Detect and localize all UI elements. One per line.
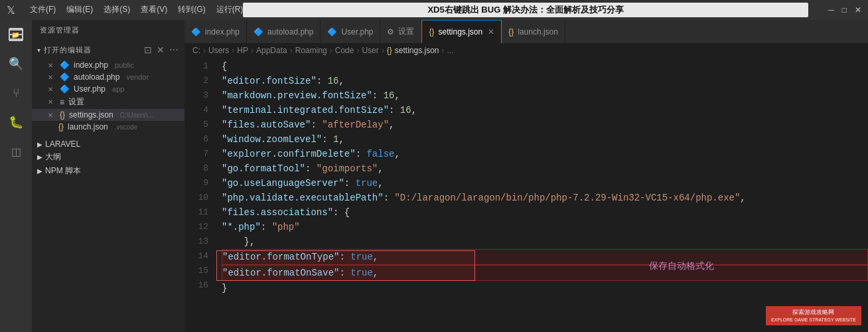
sep-5: ›	[330, 46, 332, 55]
tab-settings-label: 设置	[398, 26, 414, 37]
laravel-label: LARAVEL	[45, 139, 80, 149]
settings-label: 设置	[68, 96, 84, 108]
sep-3: ›	[251, 46, 253, 55]
close-autoload-icon[interactable]: ✕	[48, 74, 53, 81]
more-icon[interactable]: ⋯	[169, 44, 179, 55]
tab-index-php[interactable]: 🔷 index.php	[184, 20, 247, 43]
code-line: "editor.fontSize": 16,	[222, 74, 868, 88]
open-editors-toolbar: ⊡ ✕ ⋯	[144, 44, 179, 55]
maximize-button[interactable]: □	[842, 5, 847, 15]
editor-area: 🔷 index.php 🔷 autoload.php 🔷 User.php ⚙ …	[184, 20, 868, 332]
tab-autoload-php[interactable]: 🔷 autoload.php	[247, 20, 321, 43]
tab-php-icon-3: 🔷	[327, 27, 337, 37]
save-all-icon[interactable]: ⊡	[144, 44, 153, 55]
menu-goto[interactable]: 转到(G)	[178, 4, 205, 17]
json-icon-2: {}	[58, 122, 64, 131]
tab-php-icon-2: 🔷	[253, 27, 263, 37]
close-all-icon[interactable]: ✕	[157, 44, 165, 55]
code-line: "markdown.preview.fontSize": 16,	[222, 88, 868, 103]
activity-search[interactable]: 🔍	[7, 54, 25, 73]
launch-json-tag: .vscode	[115, 124, 137, 131]
tab-user-label: User.php	[341, 27, 373, 37]
code-line: {	[222, 59, 868, 74]
php-icon-2: 🔷	[60, 72, 70, 82]
breadcrumb-settings-json: settings.json	[395, 46, 439, 55]
sidebar-item-settings[interactable]: ✕ ≡ 设置	[32, 95, 184, 109]
close-index-icon[interactable]: ✕	[48, 62, 53, 69]
settings-icon: ≡	[60, 98, 64, 107]
tab-autoload-label: autoload.php	[267, 27, 313, 37]
code-line: "files.autoSave": "afterDelay",	[222, 118, 868, 132]
watermark-line1: 探索游戏攻略网	[771, 309, 856, 317]
close-tab-icon[interactable]: ✕	[488, 27, 494, 37]
open-editors-header[interactable]: ▾ 打开的编辑器 ⊡ ✕ ⋯	[32, 41, 184, 59]
breadcrumb-user: User	[362, 46, 378, 55]
tab-settings[interactable]: ⚙ 设置	[380, 20, 421, 43]
breadcrumb-code: Code	[335, 46, 354, 55]
index-php-tag: public	[115, 61, 134, 69]
code-line: },	[222, 234, 868, 249]
index-php-label: index.php	[74, 60, 108, 70]
menu-bar[interactable]: 𝕏 文件(F) 编辑(E) 选择(S) 查看(V) 转到(G) 运行(R)	[7, 4, 243, 17]
menu-view[interactable]: 查看(V)	[141, 4, 167, 17]
code-line: "window.zoomLevel": 1,	[222, 132, 868, 147]
code-line: "files.associations": {	[222, 205, 868, 220]
outline-group-header[interactable]: ▶ 大纲	[32, 150, 184, 164]
tab-json-icon-2: {}	[508, 27, 514, 37]
close-user-icon[interactable]: ✕	[48, 86, 53, 93]
code-line: "*.php": "php"	[222, 220, 868, 234]
sidebar-item-launch-json[interactable]: {} launch.json .vscode	[32, 121, 184, 133]
activity-extensions[interactable]: ◫	[7, 142, 25, 161]
code-line: }	[222, 281, 868, 295]
open-editors-label: 打开的编辑器	[44, 45, 92, 55]
breadcrumb: C: › Users › HP › AppData › Roaming › Co…	[184, 43, 868, 58]
sep-8: ›	[442, 46, 445, 55]
tab-json-icon: {}	[429, 27, 434, 37]
close-settings-icon[interactable]: ✕	[48, 98, 53, 106]
code-line: "explorer.confirmDelete": false,	[222, 147, 868, 161]
tab-launch-json[interactable]: {} launch.json	[502, 20, 565, 43]
close-button[interactable]: ✕	[855, 5, 861, 15]
minimize-button[interactable]: ─	[828, 5, 834, 15]
tab-php-icon: 🔷	[191, 27, 201, 37]
php-icon: 🔷	[60, 60, 70, 70]
launch-json-label: launch.json	[68, 122, 108, 131]
npm-group-header[interactable]: ▶ NPM 脚本	[32, 164, 184, 178]
sidebar-item-index[interactable]: ✕ 🔷 index.php public	[32, 59, 184, 71]
tabs-bar: 🔷 index.php 🔷 autoload.php 🔷 User.php ⚙ …	[184, 20, 868, 43]
user-php-label: User.php	[74, 84, 106, 94]
sep-1: ›	[203, 46, 206, 55]
app-icon: 𝕏	[7, 4, 15, 17]
laravel-group-header[interactable]: ▶ LARAVEL	[32, 138, 184, 150]
tab-settings-json[interactable]: {} settings.json ✕	[421, 20, 502, 43]
activity-debug[interactable]: 🐛	[7, 113, 25, 131]
breadcrumb-hp: HP	[237, 46, 248, 55]
sidebar: 资源管理器 ▾ 打开的编辑器 ⊡ ✕ ⋯ ✕ 🔷 index.php publi…	[32, 20, 184, 332]
sidebar-item-autoload[interactable]: ✕ 🔷 autoload.php vendor	[32, 71, 184, 83]
menu-file[interactable]: 文件(F)	[30, 4, 56, 17]
code-line: "go.formatTool": "goimports",	[222, 161, 868, 176]
tab-launch-label: launch.json	[518, 27, 558, 37]
code-line: "php.validate.executablePath": "D:/larag…	[222, 191, 868, 205]
collapse-arrow: ▾	[37, 46, 41, 54]
code-container[interactable]: 12345678910111213141516 { "editor.fontSi…	[184, 58, 868, 332]
settings-json-label: settings.json	[69, 110, 113, 120]
outline-arrow: ▶	[37, 153, 42, 161]
sidebar-item-settings-json[interactable]: ✕ {} settings.json C:\Users\...	[32, 109, 184, 121]
user-php-tag: app	[112, 85, 124, 93]
breadcrumb-ellipsis: ...	[447, 46, 454, 55]
activity-source-control[interactable]: ⑂	[7, 84, 25, 102]
code-line: "editor.formatOnSave": true,	[222, 265, 868, 281]
sidebar-item-user[interactable]: ✕ 🔷 User.php app	[32, 83, 184, 95]
menu-select[interactable]: 选择(S)	[104, 4, 130, 17]
menu-edit[interactable]: 编辑(E)	[66, 4, 93, 17]
sep-6: ›	[356, 46, 359, 55]
menu-run[interactable]: 运行(R)	[216, 4, 244, 17]
code-line: "go.useLanguageServer": true,	[222, 176, 868, 191]
php-icon-3: 🔷	[60, 84, 70, 94]
breadcrumb-users: Users	[208, 46, 229, 55]
tab-user-php[interactable]: 🔷 User.php	[321, 20, 380, 43]
activity-explorer[interactable]: 📁	[7, 25, 25, 44]
annotation-text: 保存自动格式化	[649, 260, 714, 272]
close-settings-json-icon[interactable]: ✕	[48, 112, 53, 119]
